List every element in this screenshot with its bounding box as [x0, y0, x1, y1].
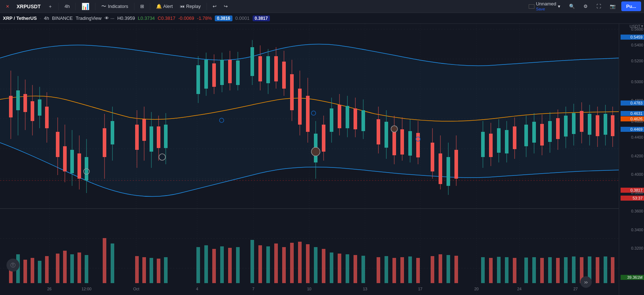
eye-icon[interactable]: 👁: [105, 15, 109, 21]
search-btn[interactable]: 🔍: [566, 2, 578, 10]
divider-4: [134, 3, 134, 10]
svg-rect-145: [580, 111, 583, 132]
symbol-close-btn[interactable]: ✕: [3, 3, 12, 10]
svg-rect-213: [564, 257, 568, 283]
svg-rect-182: [282, 247, 286, 283]
svg-rect-196: [400, 257, 404, 283]
svg-rect-73: [258, 56, 262, 81]
svg-rect-137: [548, 121, 552, 142]
svg-rect-193: [377, 257, 380, 283]
redo-btn[interactable]: ↪: [221, 2, 231, 10]
svg-rect-83: [298, 89, 302, 125]
svg-rect-113: [431, 143, 434, 171]
alert-btn[interactable]: 🔔 Alert: [153, 2, 176, 10]
svg-rect-192: [361, 256, 365, 283]
price-change-pct: -1.78%: [197, 15, 212, 21]
svg-rect-59: [196, 65, 200, 94]
time-current-box: 53:37: [621, 196, 644, 201]
svg-rect-206: [505, 257, 508, 283]
svg-rect-93: [338, 105, 341, 128]
price-axis: 0.5600 0.5459 0.5400 0.5200 0.5000 0.480…: [619, 24, 644, 295]
settings-btn[interactable]: ⚙: [581, 2, 591, 10]
svg-rect-163: [77, 252, 81, 283]
svg-rect-167: [135, 256, 139, 283]
svg-rect-107: [400, 129, 404, 155]
svg-rect-97: [354, 108, 357, 129]
svg-rect-77: [274, 56, 278, 81]
fullscreen-btn[interactable]: ⛶: [594, 2, 604, 10]
indicators-btn[interactable]: 〜 Indicators: [98, 2, 131, 11]
svg-rect-203: [481, 257, 485, 283]
svg-rect-69: [236, 61, 240, 85]
svg-rect-171: [164, 257, 168, 283]
svg-rect-187: [322, 249, 325, 283]
symbol-selector[interactable]: XRPUSDT: [14, 2, 44, 11]
svg-rect-115: [439, 153, 442, 184]
svg-rect-197: [408, 256, 412, 283]
svg-rect-217: [596, 257, 599, 283]
svg-rect-172: [196, 247, 200, 283]
svg-rect-162: [70, 254, 74, 283]
svg-rect-168: [142, 257, 146, 283]
svg-rect-194: [385, 256, 388, 283]
layout-btn[interactable]: ⊞: [137, 2, 147, 10]
main-chart[interactable]: Vol 89.785M BB 20 close 2 0 0.4013 0.486…: [0, 24, 619, 295]
svg-rect-85: [306, 96, 310, 132]
timeframe-selector[interactable]: 4h: [62, 2, 72, 10]
svg-rect-183: [290, 243, 294, 283]
price-change: -0.0069: [178, 15, 194, 21]
svg-rect-123: [489, 134, 493, 157]
svg-rect-39: [70, 150, 74, 173]
price-low: 0.3817: [161, 15, 176, 21]
svg-text:26: 26: [47, 287, 52, 291]
svg-rect-164: [85, 255, 88, 283]
price-level-3800: 0.3800: [631, 191, 643, 195]
svg-rect-41: [77, 153, 81, 179]
divider-3: [95, 3, 96, 10]
indicators-icon: 〜: [101, 3, 106, 10]
svg-rect-35: [56, 132, 59, 157]
svg-rect-188: [330, 252, 333, 283]
add-symbol-btn[interactable]: ＋: [45, 2, 55, 11]
search-icon: 🔍: [569, 4, 575, 9]
svg-rect-189: [338, 254, 341, 283]
svg-rect-207: [513, 258, 516, 283]
svg-text:27: 27: [573, 287, 578, 291]
svg-point-236: [391, 126, 397, 132]
svg-rect-127: [505, 130, 508, 153]
workspace-selector[interactable]: Unnamed Save ▾: [526, 0, 563, 13]
svg-rect-79: [282, 62, 286, 89]
symbol-text: XRPUSDT: [17, 4, 41, 9]
indicators-label: Indicators: [108, 4, 128, 9]
svg-rect-131: [524, 125, 528, 146]
svg-rect-49: [135, 125, 139, 150]
svg-rect-202: [454, 256, 458, 283]
svg-rect-47: [111, 121, 114, 144]
svg-rect-91: [330, 108, 333, 132]
svg-rect-141: [564, 116, 568, 137]
chevron-right-icon: ››: [584, 279, 587, 285]
svg-rect-160: [56, 254, 59, 283]
svg-rect-65: [220, 60, 224, 85]
svg-rect-149: [596, 115, 599, 136]
undo-btn[interactable]: ↩: [210, 2, 219, 10]
svg-text:10: 10: [307, 287, 311, 291]
scroll-right-btn[interactable]: ››: [580, 276, 592, 288]
screenshot-btn[interactable]: 📷: [607, 2, 618, 10]
svg-rect-101: [377, 119, 380, 144]
publish-btn[interactable]: Pu...: [621, 1, 641, 11]
svg-rect-103: [385, 122, 388, 148]
svg-rect-57: [164, 125, 168, 148]
more-icon[interactable]: ···: [111, 15, 115, 21]
close-price-badge: 0.3817: [253, 15, 270, 21]
price-level-4000: 0.4000: [631, 172, 643, 176]
price-level-3400: 0.3400: [631, 228, 643, 232]
chart-type-btn[interactable]: 📊: [79, 1, 92, 12]
svg-rect-111: [416, 133, 420, 157]
svg-rect-37: [63, 146, 67, 171]
svg-rect-159: [45, 256, 49, 283]
svg-rect-143: [572, 113, 576, 134]
price-level-4200: 0.4200: [631, 154, 643, 158]
replay-btn[interactable]: ⏮ Replay: [177, 2, 203, 10]
svg-rect-133: [532, 122, 536, 143]
